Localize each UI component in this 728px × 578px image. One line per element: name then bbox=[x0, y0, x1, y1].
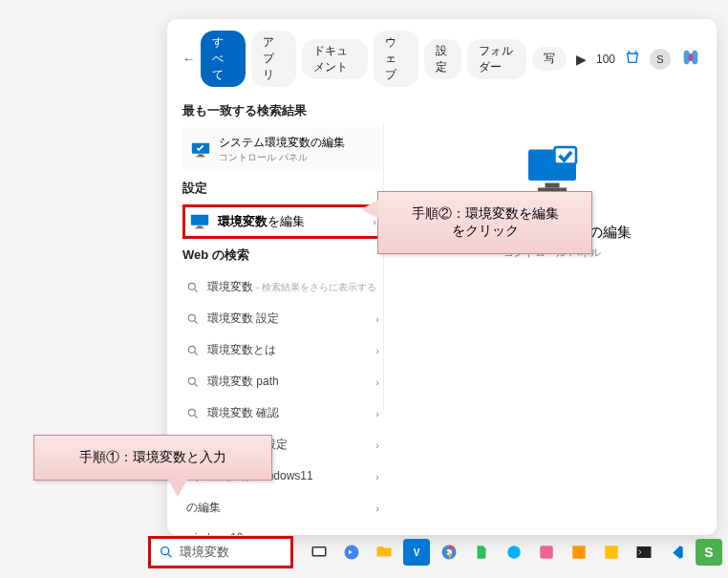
svg-line-7 bbox=[195, 289, 198, 291]
svg-rect-2 bbox=[196, 156, 204, 157]
taskbar-icon-vscode[interactable] bbox=[663, 539, 690, 566]
svg-rect-21 bbox=[546, 183, 560, 188]
svg-point-6 bbox=[188, 283, 195, 289]
taskbar: V S bbox=[306, 536, 728, 568]
chevron-right-icon: › bbox=[375, 313, 379, 325]
web-result-3[interactable]: 環境変数 path› bbox=[182, 366, 383, 397]
section-web: Web の検索 bbox=[182, 246, 383, 264]
tab-folders[interactable]: フォルダー bbox=[467, 39, 526, 79]
rewards-points[interactable]: 100 bbox=[596, 53, 615, 66]
taskbar-icon-app4[interactable] bbox=[566, 539, 592, 566]
taskbar-icon-chrome[interactable] bbox=[436, 539, 462, 566]
annotation-step2: 手順②：環境変数を編集 をクリック bbox=[377, 191, 592, 254]
svg-point-12 bbox=[188, 377, 195, 384]
best-match-title: システム環境変数の編集 bbox=[219, 135, 345, 151]
web-result-4[interactable]: 環境変数 確認› bbox=[182, 397, 383, 429]
taskbar-search-box[interactable]: 環境変数 bbox=[148, 536, 293, 568]
search-icon bbox=[186, 312, 200, 326]
user-avatar[interactable]: S bbox=[650, 49, 671, 70]
web-result-8[interactable]: windows10› bbox=[182, 524, 383, 535]
tab-all[interactable]: すべて bbox=[201, 31, 246, 87]
svg-rect-5 bbox=[195, 227, 203, 228]
svg-rect-33 bbox=[572, 546, 586, 559]
svg-rect-35 bbox=[637, 546, 652, 558]
section-settings: 設定 bbox=[182, 180, 383, 197]
edit-env-vars-item[interactable]: 環境変数を編集 › bbox=[182, 204, 383, 239]
svg-line-15 bbox=[195, 415, 198, 417]
chevron-right-icon: › bbox=[375, 345, 379, 356]
copilot-icon[interactable] bbox=[680, 47, 701, 71]
svg-rect-27 bbox=[313, 548, 325, 556]
section-best-match: 最も一致する検索結果 bbox=[182, 102, 383, 119]
taskbar-icon-app3[interactable] bbox=[533, 539, 560, 566]
search-icon bbox=[186, 344, 200, 357]
taskbar-icon-app1[interactable]: V bbox=[403, 539, 430, 566]
rewards-icon[interactable] bbox=[625, 50, 640, 68]
chevron-right-icon: › bbox=[375, 503, 379, 514]
taskbar-icon-terminal[interactable] bbox=[631, 539, 657, 566]
taskbar-icon-app2[interactable] bbox=[501, 539, 527, 566]
svg-rect-34 bbox=[605, 546, 618, 559]
svg-point-14 bbox=[188, 409, 195, 416]
taskbar-icon-meet[interactable] bbox=[338, 539, 365, 566]
svg-point-10 bbox=[188, 346, 195, 353]
chevron-right-icon: › bbox=[375, 376, 379, 388]
search-input-value: 環境変数 bbox=[180, 544, 229, 561]
top-filter-bar: ← すべて アプリ ドキュメント ウェブ 設定 フォルダー 写 ▶ 100 S bbox=[167, 19, 717, 95]
svg-line-25 bbox=[168, 554, 171, 557]
svg-point-31 bbox=[507, 546, 521, 559]
monitor-check-icon bbox=[190, 139, 211, 161]
taskbar-icon-app5[interactable] bbox=[598, 539, 625, 566]
best-match-sub: コントロール パネル bbox=[219, 151, 345, 164]
web-result-1[interactable]: 環境変数 設定› bbox=[182, 303, 383, 334]
svg-point-24 bbox=[161, 547, 169, 555]
search-icon bbox=[186, 375, 200, 389]
search-icon bbox=[186, 281, 200, 294]
search-icon bbox=[186, 407, 200, 420]
taskbar-icon-evernote[interactable] bbox=[468, 539, 495, 566]
chevron-right-icon: › bbox=[375, 408, 379, 419]
tab-web[interactable]: ウェブ bbox=[374, 31, 418, 87]
web-result-0[interactable]: 環境変数 - 検索結果をさらに表示する bbox=[182, 271, 383, 303]
taskbar-icon-app6[interactable]: S bbox=[696, 539, 722, 566]
svg-line-9 bbox=[195, 320, 198, 323]
taskbar-icon-explorer[interactable] bbox=[371, 539, 397, 566]
tab-photos[interactable]: 写 bbox=[532, 47, 567, 71]
tab-apps[interactable]: アプリ bbox=[251, 31, 296, 87]
annotation-step1: 手順①：環境変数と入力 bbox=[33, 435, 272, 481]
back-button[interactable]: ← bbox=[182, 52, 195, 66]
svg-rect-4 bbox=[197, 226, 203, 228]
svg-rect-3 bbox=[191, 215, 208, 225]
tab-settings[interactable]: 設定 bbox=[424, 39, 461, 79]
svg-rect-1 bbox=[198, 154, 203, 156]
svg-point-8 bbox=[188, 314, 195, 321]
search-icon bbox=[159, 545, 174, 560]
svg-rect-32 bbox=[540, 546, 553, 559]
monitor-icon bbox=[189, 211, 210, 232]
chevron-right-icon: › bbox=[375, 532, 379, 535]
edit-env-vars-label: 環境変数を編集 bbox=[218, 213, 305, 230]
taskbar-icon-task-view[interactable] bbox=[306, 539, 332, 566]
web-result-2[interactable]: 環境変数とは› bbox=[182, 334, 383, 366]
svg-line-13 bbox=[195, 383, 198, 386]
best-match-item[interactable]: システム環境変数の編集 コントロール パネル bbox=[182, 127, 383, 172]
more-tabs-button[interactable]: ▶ bbox=[572, 52, 590, 67]
svg-line-11 bbox=[195, 352, 198, 354]
chevron-right-icon: › bbox=[375, 471, 379, 482]
chevron-right-icon: › bbox=[375, 439, 379, 451]
preview-pane: システム環境変数の編集 コントロール パネル bbox=[383, 123, 701, 410]
web-result-7[interactable]: の編集› bbox=[182, 492, 383, 524]
tab-documents[interactable]: ドキュメント bbox=[302, 39, 369, 79]
